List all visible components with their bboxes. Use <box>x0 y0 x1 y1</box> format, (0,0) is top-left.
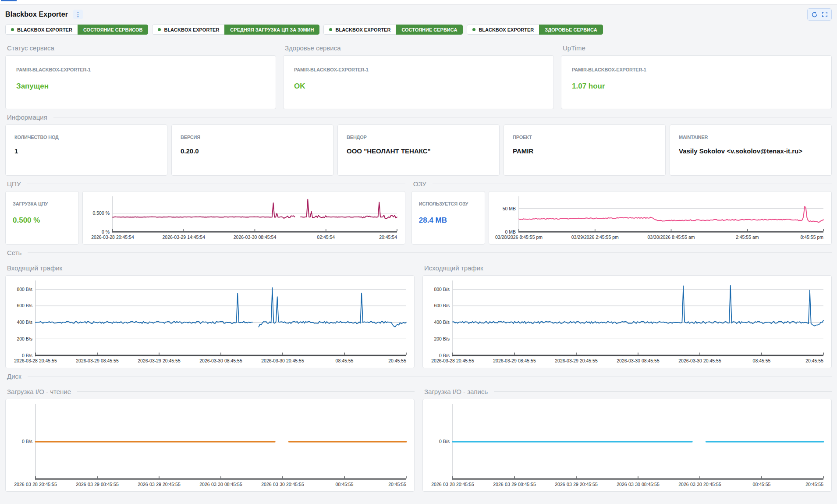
uptime-card: PAMIR-BLACKBOX-EXPORTER-1 1.07 hour <box>561 55 832 109</box>
svg-text:0 %: 0 % <box>102 229 110 234</box>
ram-used-value: 28.4 MB <box>419 216 478 225</box>
svg-text:200 B/s: 200 B/s <box>17 336 32 341</box>
svg-text:2026-03-29 14:45:54: 2026-03-29 14:45:54 <box>163 234 206 240</box>
fullscreen-button[interactable] <box>820 10 829 19</box>
dashboard-page: Blackbox Exporter ⋮ BLACKBOX EXPORTER СО… <box>0 5 837 496</box>
cpu-chart-card: 0.500 %0 %2026-03-28 20:45:542026-03-29 … <box>82 191 405 245</box>
svg-text:02:45:54: 02:45:54 <box>317 234 335 240</box>
svg-text:400 B/s: 400 B/s <box>434 319 450 325</box>
svg-text:03/28/2026 8:45:55 pm: 03/28/2026 8:45:55 pm <box>495 234 543 240</box>
kebab-menu-button[interactable]: ⋮ <box>73 10 83 19</box>
status-dot-icon <box>329 28 332 31</box>
cpu-chart[interactable]: 0.500 %0 %2026-03-28 20:45:542026-03-29 … <box>85 193 403 242</box>
status-value: Запущен <box>16 82 265 91</box>
svg-text:03/30/2026 8:45:55 am: 03/30/2026 8:45:55 am <box>647 234 695 240</box>
section-title: Статус сервиса <box>7 44 54 52</box>
info-value: PAMIR <box>513 147 656 155</box>
disk-write-chart-card: 0 B/s2026-03-28 20:45:552026-03-29 08:45… <box>422 399 832 492</box>
cpu-section: ЦПУ ЗАГРУЗКА ЦПУ 0.500 % 0.500 %0 %2026-… <box>5 176 405 245</box>
badge-service-states[interactable]: BLACKBOX EXPORTER СОСТОЯНИЕ СЕРВИСОВ <box>5 25 148 35</box>
svg-text:2026-03-29 20:45:55: 2026-03-29 20:45:55 <box>555 358 598 363</box>
network-in-chart[interactable]: 800 B/s600 B/s400 B/s200 B/s0 B/s2026-03… <box>7 277 412 366</box>
svg-text:03/29/2026 2:45:55 pm: 03/29/2026 2:45:55 pm <box>571 234 619 240</box>
network-in-panel: Входящий трафик 800 B/s600 B/s400 B/s200… <box>5 260 415 368</box>
vendor-card: ВЕНДОР ООО "НЕОЛАНТ ТЕНАКС" <box>337 124 500 176</box>
badge-service-health[interactable]: BLACKBOX EXPORTER ЗДОРОВЬЕ СЕРВИСА <box>467 25 603 35</box>
service-status-card: PAMIR-BLACKBOX-EXPORTER-1 Запущен <box>5 55 276 109</box>
network-section: Сеть Входящий трафик 800 B/s600 B/s400 B… <box>5 249 832 368</box>
network-in-chart-card: 800 B/s600 B/s400 B/s200 B/s0 B/s2026-03… <box>5 275 415 368</box>
panel-title: Исходящий трафик <box>424 264 483 272</box>
info-label: ВЕРСИЯ <box>181 135 324 140</box>
status-dot-icon <box>158 28 161 31</box>
disk-read-panel: Загрузка I/O - чтение 0 B/s2026-03-28 20… <box>5 383 415 492</box>
status-dot-icon <box>472 28 475 31</box>
svg-text:0 B/s: 0 B/s <box>22 353 32 358</box>
disk-section: Диск Загрузка I/O - чтение 0 B/s2026-03-… <box>5 373 832 492</box>
section-title: ЦПУ <box>7 180 21 188</box>
instance-label: PAMIR-BLACKBOX-EXPORTER-1 <box>572 67 821 72</box>
svg-text:400 B/s: 400 B/s <box>17 319 32 325</box>
svg-text:600 B/s: 600 B/s <box>17 303 32 308</box>
svg-text:2026-03-29 20:45:55: 2026-03-29 20:45:55 <box>138 482 181 487</box>
svg-text:2026-03-28 20:45:55: 2026-03-28 20:45:55 <box>431 482 474 487</box>
project-card: ПРОЕКТ PAMIR <box>504 124 666 176</box>
badge-avg-cpu-30min[interactable]: BLACKBOX EXPORTER СРЕДНЯЯ ЗАГРУЗКА ЦП ЗА… <box>152 25 319 35</box>
metric-badges: BLACKBOX EXPORTER СОСТОЯНИЕ СЕРВИСОВ BLA… <box>5 25 832 35</box>
svg-text:0 B/s: 0 B/s <box>439 353 450 358</box>
ram-chart-card: 50 MB0 MB03/28/2026 8:45:55 pm03/29/2026… <box>489 191 832 245</box>
svg-text:08:45:55: 08:45:55 <box>336 358 354 363</box>
status-section: Статус сервиса PAMIR-BLACKBOX-EXPORTER-1… <box>5 40 276 109</box>
top-accent <box>1 0 17 1</box>
panel-title: Загрузка I/O - чтение <box>7 388 71 395</box>
badge-metric-label: СОСТОЯНИЕ СЕРВИСОВ <box>78 25 149 35</box>
status-dot-icon <box>11 28 14 31</box>
svg-text:2026-03-30 20:45:55: 2026-03-30 20:45:55 <box>261 358 304 363</box>
disk-write-chart[interactable]: 0 B/s2026-03-28 20:45:552026-03-29 08:45… <box>425 401 830 490</box>
refresh-button[interactable] <box>810 10 819 19</box>
svg-text:2026-03-29 08:45:55: 2026-03-29 08:45:55 <box>76 482 119 487</box>
ram-used-label: ИСПОЛЬЗУЕТСЯ ОЗУ <box>419 201 478 206</box>
disk-read-chart[interactable]: 0 B/s2026-03-28 20:45:552026-03-29 08:45… <box>7 401 412 490</box>
svg-text:08:45:55: 08:45:55 <box>336 482 354 487</box>
info-value: 1 <box>14 147 158 155</box>
badge-metric-label: ЗДОРОВЬЕ СЕРВИСА <box>539 25 603 35</box>
svg-text:200 B/s: 200 B/s <box>434 336 450 341</box>
svg-text:2026-03-30 08:45:54: 2026-03-30 08:45:54 <box>234 234 277 240</box>
svg-text:2026-03-30 08:45:55: 2026-03-30 08:45:55 <box>617 358 660 363</box>
svg-text:08:45:55: 08:45:55 <box>753 482 771 487</box>
svg-text:20:45:55: 20:45:55 <box>805 482 823 487</box>
svg-text:0 B/s: 0 B/s <box>22 439 32 444</box>
svg-text:20:45:55: 20:45:55 <box>805 358 823 363</box>
svg-text:2026-03-28 20:45:55: 2026-03-28 20:45:55 <box>431 358 474 363</box>
svg-text:2026-03-30 20:45:55: 2026-03-30 20:45:55 <box>261 482 304 487</box>
info-label: КОЛИЧЕСТВО НОД <box>14 135 158 140</box>
header-actions <box>807 8 832 21</box>
svg-text:800 B/s: 800 B/s <box>434 287 450 292</box>
info-section: Информация КОЛИЧЕСТВО НОД 1 ВЕРСИЯ 0.20.… <box>5 114 832 176</box>
svg-text:20:45:55: 20:45:55 <box>388 358 406 363</box>
uptime-section: UpTime PAMIR-BLACKBOX-EXPORTER-1 1.07 ho… <box>561 40 832 109</box>
section-title: Здоровье сервиса <box>285 44 341 52</box>
badge-service-state[interactable]: BLACKBOX EXPORTER СОСТОЯНИЕ СЕРВИСА <box>323 25 463 35</box>
svg-text:2:45:55 am: 2:45:55 am <box>736 234 759 240</box>
section-title: ОЗУ <box>413 180 426 188</box>
svg-text:08:45:55: 08:45:55 <box>753 358 771 363</box>
uptime-value: 1.07 hour <box>572 82 821 91</box>
ram-chart[interactable]: 50 MB0 MB03/28/2026 8:45:55 pm03/29/2026… <box>491 193 830 242</box>
node-count-card: КОЛИЧЕСТВО НОД 1 <box>5 124 167 176</box>
badge-metric-label: СРЕДНЯЯ ЗАГРУЗКА ЦП ЗА 30МИН <box>224 25 319 35</box>
section-title: Сеть <box>7 249 21 256</box>
svg-text:2026-03-30 08:45:55: 2026-03-30 08:45:55 <box>199 358 242 363</box>
panel-title: Входящий трафик <box>7 264 62 272</box>
svg-text:2026-03-30 08:45:55: 2026-03-30 08:45:55 <box>617 482 660 487</box>
network-out-chart[interactable]: 800 B/s600 B/s400 B/s200 B/s0 B/s2026-03… <box>425 277 830 366</box>
svg-text:0 MB: 0 MB <box>505 229 516 234</box>
info-label: MAINTAINER <box>679 135 823 140</box>
svg-text:2026-03-30 20:45:55: 2026-03-30 20:45:55 <box>678 482 721 487</box>
svg-text:2026-03-28 20:45:55: 2026-03-28 20:45:55 <box>14 482 57 487</box>
cpu-load-card: ЗАГРУЗКА ЦПУ 0.500 % <box>5 191 79 245</box>
svg-text:0 B/s: 0 B/s <box>439 439 450 444</box>
ram-section: ОЗУ ИСПОЛЬЗУЕТСЯ ОЗУ 28.4 MB 50 MB0 MB03… <box>411 176 832 245</box>
info-value: Vasily Sokolov <v.sokolov@tenax-it.ru> <box>679 147 823 155</box>
